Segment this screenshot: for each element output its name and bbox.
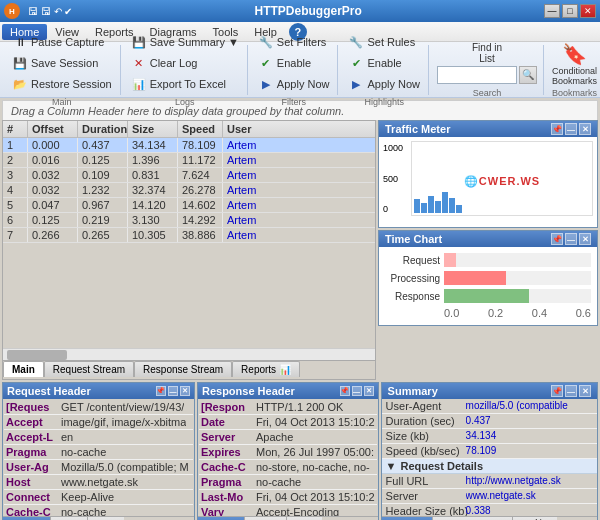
cell-speed: 11.172 (178, 153, 223, 167)
table-hscroll[interactable] (3, 348, 375, 360)
col-header-speed[interactable]: Speed (178, 121, 223, 137)
table-row[interactable]: 2 0.016 0.125 1.396 11.172 Artem (3, 153, 375, 168)
col-header-size[interactable]: Size (128, 121, 178, 137)
highlights-group-label: Highlights (344, 97, 424, 107)
time-chart-body: Request Processing Response (379, 247, 597, 325)
bookmarks-group-label: Bookmarks (552, 88, 597, 98)
rp-val: en (61, 431, 73, 443)
maximize-btn[interactable]: □ (562, 4, 578, 18)
restore-session-btn[interactable]: 📂 Restore Session (8, 74, 116, 94)
rp-val: Accept-Encoding (256, 506, 339, 516)
cell-duration: 0.437 (78, 138, 128, 152)
set-rules-label: Set Rules (367, 36, 415, 48)
save-session-btn[interactable]: 💾 Save Session (8, 53, 116, 73)
request-panel-body: [RequesGET /content/view/19/43/ Acceptim… (3, 399, 194, 516)
traffic-meter-pin[interactable]: 📌 (551, 123, 563, 135)
search-btn[interactable]: 🔍 (519, 66, 537, 84)
sum-val: 78.109 (466, 445, 593, 457)
apply-now-filters-btn[interactable]: ▶ Apply Now (254, 74, 334, 94)
traffic-meter-body: 1000 500 0 🌐CWER.WS (379, 137, 597, 227)
table-row[interactable]: 1 0.000 0.437 34.134 78.109 Artem (3, 138, 375, 153)
summary-pin[interactable]: 📌 (551, 385, 563, 397)
sum-row-speed: Speed (kb/sec) 78.109 (382, 444, 597, 459)
cell-offset: 0.032 (28, 168, 78, 182)
rp-val: Apache (256, 431, 293, 443)
sum-row-server: Server www.netgate.sk (382, 489, 597, 504)
apply-filters-icon: ▶ (258, 76, 274, 92)
apply-now-filters-label: Apply Now (277, 78, 330, 90)
col-header-duration[interactable]: Duration (78, 121, 128, 137)
cell-speed: 78.109 (178, 138, 223, 152)
resp-close[interactable]: ✕ (364, 386, 374, 396)
rp-line: Pragmano-cache (199, 475, 377, 490)
table-row[interactable]: 6 0.125 0.219 3.130 14.292 Artem (3, 213, 375, 228)
tab-response-stream[interactable]: Response Stream (134, 361, 232, 377)
set-filters-btn[interactable]: 🔧 Set Filters (254, 32, 334, 52)
y-label-0: 0 (383, 204, 411, 214)
time-chart-pin[interactable]: 📌 (551, 233, 563, 245)
cell-duration: 0.219 (78, 213, 128, 227)
close-btn[interactable]: ✕ (580, 4, 596, 18)
request-details-header: ▼ Request Details (382, 459, 597, 474)
clear-log-btn[interactable]: ✕ Clear Log (127, 53, 243, 73)
table-bottom-tabs: Main Request Stream Response Stream Repo… (3, 360, 375, 377)
traffic-meter-close[interactable]: ✕ (579, 123, 591, 135)
find-in-list-label: Find inList (472, 42, 502, 64)
tc-label-request: Request (385, 255, 440, 266)
enable-filters-btn[interactable]: ✔ Enable (254, 53, 334, 73)
col-header-offset[interactable]: Offset (28, 121, 78, 137)
req-close[interactable]: ✕ (180, 386, 190, 396)
export-excel-btn[interactable]: 📊 Export To Excel (127, 74, 243, 94)
tab-reports[interactable]: Reports 📊 (232, 361, 300, 377)
save-summary-btn[interactable]: 💾 Save Summary ▼ (127, 32, 243, 52)
cell-num: 4 (3, 183, 28, 197)
time-chart-close[interactable]: ✕ (579, 233, 591, 245)
traffic-meter-header: Traffic Meter 📌 — ✕ (379, 121, 597, 137)
traffic-meter-panel: Traffic Meter 📌 — ✕ 1000 500 0 (378, 120, 598, 228)
rp-val: HTTP/1.1 200 OK (256, 401, 343, 413)
set-rules-btn[interactable]: 🔧 Set Rules (344, 32, 424, 52)
rp-line: Acceptimage/gif, image/x-xbitma (4, 415, 193, 430)
summary-minimize[interactable]: — (565, 385, 577, 397)
resp-pin[interactable]: 📌 (340, 386, 350, 396)
bar (421, 203, 427, 213)
tc-row-response: Response (385, 289, 591, 303)
search-input[interactable] (437, 66, 517, 84)
rp-line: VaryAccept-Encoding (199, 505, 377, 516)
minimize-btn[interactable]: — (544, 4, 560, 18)
table-row[interactable]: 3 0.032 0.109 0.831 7.624 Artem (3, 168, 375, 183)
summary-body: User-Agent mozilla/5.0 (compatible Durat… (382, 399, 597, 516)
table-row[interactable]: 7 0.266 0.265 10.305 38.886 Artem (3, 228, 375, 243)
req-pin[interactable]: 📌 (156, 386, 166, 396)
tab-request-stream[interactable]: Request Stream (44, 361, 134, 377)
response-panel-controls: 📌 — ✕ (340, 386, 374, 396)
traffic-meter-minimize[interactable]: — (565, 123, 577, 135)
sum-key: Duration (sec) (386, 415, 466, 427)
apply-now-highlights-label: Apply Now (367, 78, 420, 90)
sum-key: Header Size (kb) (386, 505, 466, 516)
tab-main[interactable]: Main (3, 361, 44, 377)
pause-capture-btn[interactable]: ⏸ Pause Capture (8, 32, 116, 52)
rp-line: Hostwww.netgate.sk (4, 475, 193, 490)
title-bar: H 🖫 🖫 ↶ ✔ HTTPDebuggerPro — □ ✕ (0, 0, 600, 22)
toolbar-logs-group: 💾 Save Summary ▼ ✕ Clear Log 📊 Export To… (123, 45, 248, 95)
req-minimize[interactable]: — (168, 386, 178, 396)
clear-log-icon: ✕ (131, 55, 147, 71)
search-group-label: Search (473, 88, 502, 98)
traffic-meter-title: Traffic Meter (385, 123, 450, 135)
col-header-user[interactable]: User (223, 121, 375, 137)
apply-now-highlights-btn[interactable]: ▶ Apply Now (344, 74, 424, 94)
bar (428, 196, 434, 213)
table-row[interactable]: 4 0.032 1.232 32.374 26.278 Artem (3, 183, 375, 198)
rp-key: Cache-C (201, 461, 256, 473)
tc-axis-04: 0.4 (532, 307, 547, 319)
time-chart-panel: Time Chart 📌 — ✕ Request Processing (378, 230, 598, 326)
rp-val: no-cache (256, 476, 301, 488)
resp-minimize[interactable]: — (352, 386, 362, 396)
enable-highlights-btn[interactable]: ✔ Enable (344, 53, 424, 73)
app-title: HTTPDebuggerPro (72, 4, 544, 18)
time-chart-minimize[interactable]: — (565, 233, 577, 245)
summary-close[interactable]: ✕ (579, 385, 591, 397)
col-header-num[interactable]: # (3, 121, 28, 137)
table-row[interactable]: 5 0.047 0.967 14.120 14.602 Artem (3, 198, 375, 213)
